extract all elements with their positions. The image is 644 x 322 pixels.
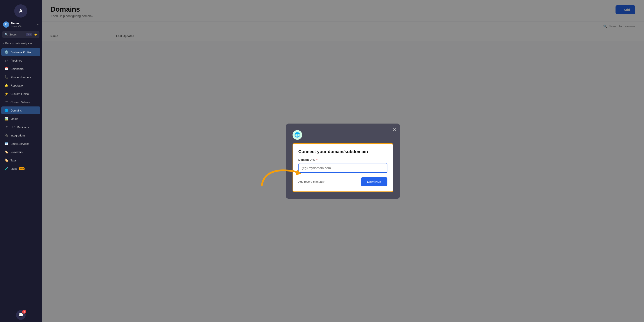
required-indicator: * <box>316 158 318 162</box>
add-record-manually-button[interactable]: Add record manually <box>298 180 324 183</box>
sidebar-item-custom-fields[interactable]: ⚡ Custom Fields <box>1 90 40 98</box>
account-switcher[interactable]: D Demo Irvine, CA ▾ <box>0 20 42 29</box>
account-name: Demo <box>11 22 37 25</box>
calendar-icon: 📅 <box>4 67 8 71</box>
search-shortcut: ⌘K <box>26 33 32 36</box>
chat-icon: 💬 <box>18 312 23 318</box>
labs-icon: 🧪 <box>4 167 8 171</box>
modal-inner: Connect your domain/subdomain Domain URL… <box>292 143 393 192</box>
providers-icon: 🏷️ <box>4 150 8 154</box>
domain-url-label: Domain URL * <box>298 158 388 162</box>
custom-values-icon: ♡ <box>4 100 8 104</box>
sidebar-item-business-profile[interactable]: ⚙️ Business Profile <box>1 48 40 56</box>
labs-badge: new <box>19 167 24 170</box>
modal-footer: Add record manually Continue <box>298 177 388 186</box>
reputation-icon: ⭐ <box>4 84 8 88</box>
sidebar-item-integrations[interactable]: 🔌 Integrations <box>1 132 40 139</box>
domains-icon: 🌐 <box>4 108 8 112</box>
sidebar: A D Demo Irvine, CA ▾ 🔍 Search ⌘K ⚡ ‹ Ba… <box>0 0 42 322</box>
sidebar-item-reputation[interactable]: ⭐ Reputation <box>1 82 40 89</box>
sidebar-item-calendars[interactable]: 📅 Calendars <box>1 65 40 73</box>
chevron-down-icon: ▾ <box>37 23 38 26</box>
gear-icon: ⚙️ <box>4 50 8 54</box>
chat-button[interactable]: 💬 3 <box>16 310 26 320</box>
sidebar-item-providers[interactable]: 🏷️ Providers <box>1 148 40 156</box>
sidebar-item-url-redirects[interactable]: ↗ URL Redirects <box>1 123 40 131</box>
sidebar-item-pipelines[interactable]: ⇄ Pipelines <box>1 56 40 64</box>
sidebar-item-domains[interactable]: 🌐 Domains <box>1 106 40 114</box>
sidebar-item-media[interactable]: 🖼️ Media <box>1 115 40 123</box>
url-redirects-icon: ↗ <box>4 125 8 129</box>
modal-overlay: ✕ 🌐 Connect your domain/subdomain Domain… <box>42 0 644 322</box>
chevron-left-icon: ‹ <box>3 42 4 45</box>
globe-icon: 🌐 <box>292 130 302 140</box>
sidebar-item-email-services[interactable]: 📧 Email Services <box>1 140 40 148</box>
chat-badge: 3 <box>22 310 26 314</box>
account-location: Irvine, CA <box>11 25 37 28</box>
account-icon: D <box>3 22 9 28</box>
phone-icon: 📞 <box>4 75 8 79</box>
nav-items: ⚙️ Business Profile ⇄ Pipelines 📅 Calend… <box>0 47 42 308</box>
back-to-main-navigation[interactable]: ‹ Back to main navigation <box>0 40 42 47</box>
main-content: Domains Need Help configuring domain? + … <box>42 0 644 322</box>
sidebar-item-labs[interactable]: 🧪 Labs new <box>1 165 40 172</box>
sidebar-item-phone-numbers[interactable]: 📞 Phone Numbers <box>1 73 40 81</box>
sidebar-item-custom-values[interactable]: ♡ Custom Values <box>1 98 40 106</box>
sidebar-item-tags[interactable]: 🏷️ Tags <box>1 156 40 164</box>
custom-fields-icon: ⚡ <box>4 92 8 96</box>
modal-title: Connect your domain/subdomain <box>298 149 388 154</box>
email-services-icon: 📧 <box>4 142 8 146</box>
modal-close-button[interactable]: ✕ <box>393 127 396 132</box>
continue-button[interactable]: Continue <box>361 177 388 186</box>
integrations-icon: 🔌 <box>4 134 8 137</box>
avatar: A <box>14 4 28 18</box>
flash-icon: ⚡ <box>34 33 37 36</box>
media-icon: 🖼️ <box>4 117 8 121</box>
modal-dialog: ✕ 🌐 Connect your domain/subdomain Domain… <box>286 124 400 199</box>
tags-icon: 🏷️ <box>4 158 8 162</box>
domain-url-input[interactable] <box>298 163 388 173</box>
pipelines-icon: ⇄ <box>4 58 8 62</box>
search-button[interactable]: 🔍 Search ⌘K ⚡ <box>2 31 40 38</box>
search-icon: 🔍 <box>4 33 8 36</box>
